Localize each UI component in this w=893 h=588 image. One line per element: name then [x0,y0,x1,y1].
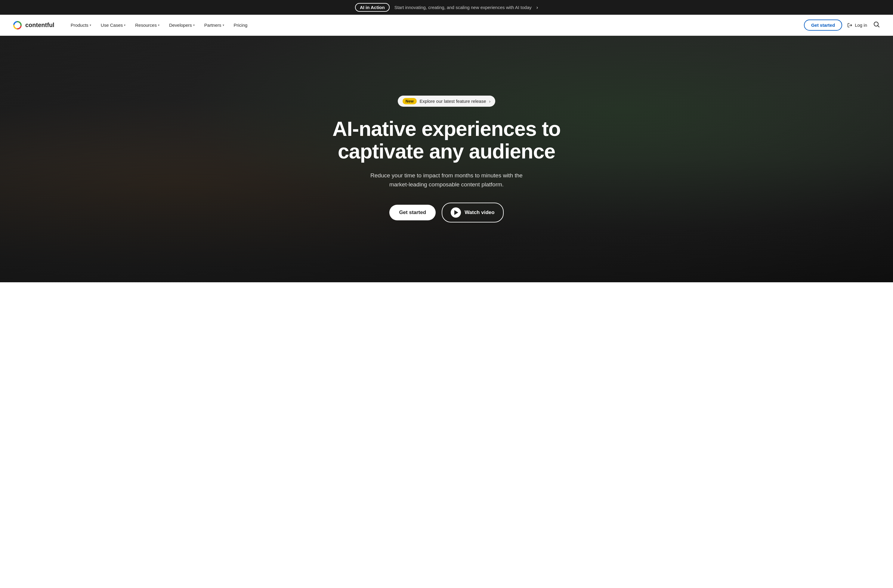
get-started-button-nav[interactable]: Get started [804,20,842,31]
hero-content: New Explore our latest feature release ›… [326,96,567,222]
banner-arrow: › [537,5,538,10]
top-banner: AI in Action Start innovating, creating,… [0,0,893,15]
chevron-down-icon: ▾ [90,24,91,27]
hero-section: New Explore our latest feature release ›… [0,36,893,282]
new-badge-text: Explore our latest feature release [420,99,486,104]
nav-item-pricing[interactable]: Pricing [230,20,252,30]
chevron-down-icon: ▾ [222,24,224,27]
hero-title: AI-native experiences to captivate any a… [332,117,561,163]
ai-in-action-badge[interactable]: AI in Action [355,3,389,12]
nav-actions: Get started Log in [804,20,881,31]
logo-text: contentful [25,22,54,28]
nav-item-products[interactable]: Products ▾ [66,20,95,30]
nav-item-resources[interactable]: Resources ▾ [131,20,164,30]
header: contentful Products ▾ Use Cases ▾ Resour… [0,15,893,36]
search-icon [873,21,880,28]
hero-subtitle: Reduce your time to impact from months t… [362,171,531,189]
watch-video-label: Watch video [465,210,495,216]
nav-item-use-cases[interactable]: Use Cases ▾ [96,20,130,30]
watch-video-button[interactable]: Watch video [442,202,504,222]
chevron-down-icon: ▾ [158,24,159,27]
chevron-down-icon: ▾ [124,24,125,27]
nav-item-partners[interactable]: Partners ▾ [200,20,229,30]
logo-icon [12,20,23,31]
play-triangle [454,210,458,215]
play-icon [451,207,461,218]
main-nav: Products ▾ Use Cases ▾ Resources ▾ Devel… [66,20,804,30]
banner-text: Start innovating, creating, and scaling … [394,5,532,10]
new-label: New [403,98,417,104]
get-started-button-hero[interactable]: Get started [389,205,436,220]
search-button[interactable] [872,20,881,30]
login-label: Log in [855,22,867,28]
login-link[interactable]: Log in [847,22,867,28]
hero-buttons: Get started Watch video [332,202,561,222]
logo[interactable]: contentful [12,20,54,31]
chevron-down-icon: ▾ [193,24,195,27]
chevron-right-icon: › [489,99,491,104]
login-icon [847,22,853,28]
new-feature-badge[interactable]: New Explore our latest feature release › [398,96,495,107]
nav-item-developers[interactable]: Developers ▾ [165,20,199,30]
